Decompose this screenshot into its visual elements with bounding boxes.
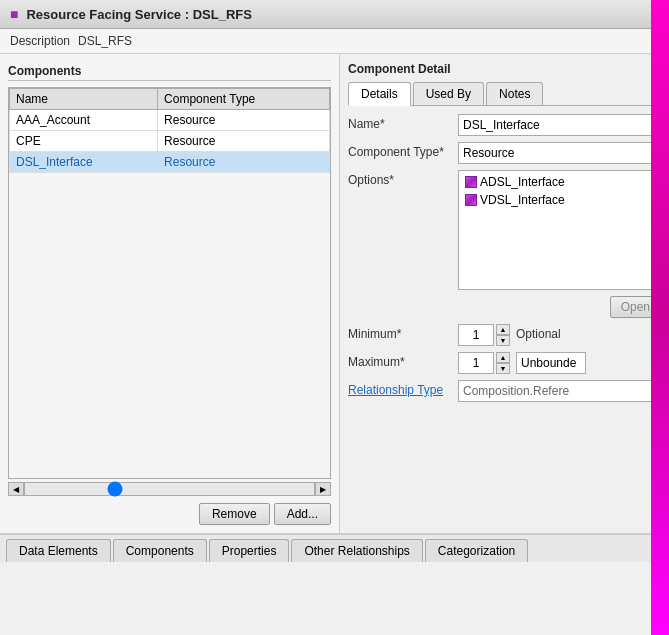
vdsl-icon	[465, 194, 477, 206]
minimum-row: Minimum* ▲ ▼ Optional	[348, 324, 661, 346]
tab-data-elements[interactable]: Data Elements	[6, 539, 111, 562]
row-name: AAA_Account	[10, 110, 158, 131]
components-panel-title: Components	[8, 62, 331, 81]
options-row: Options* ADSL_Interface VDSL_Interface	[348, 170, 661, 290]
maximum-spinner: ▲ ▼	[458, 352, 510, 374]
minimum-label: Minimum*	[348, 324, 458, 341]
main-content: Components Name Component Type AAA_Accou…	[0, 54, 669, 534]
minimum-down-btn[interactable]: ▼	[496, 335, 510, 346]
option-adsl-label: ADSL_Interface	[480, 175, 565, 189]
minimum-input[interactable]	[458, 324, 494, 346]
maximum-spinner-btns: ▲ ▼	[496, 352, 510, 374]
add-button[interactable]: Add...	[274, 503, 331, 525]
option-adsl[interactable]: ADSL_Interface	[461, 173, 658, 191]
maximum-input[interactable]	[458, 352, 494, 374]
maximum-up-btn[interactable]: ▲	[496, 352, 510, 363]
minimum-spinner: ▲ ▼	[458, 324, 510, 346]
components-scroll-area[interactable]: Name Component Type AAA_AccountResourceC…	[8, 87, 331, 479]
tab-other-relationships[interactable]: Other Relationships	[291, 539, 422, 562]
detail-form: Name* Component Type* Options* ADSL_Inte…	[348, 114, 661, 408]
scroll-right-arrow[interactable]: ▶	[315, 482, 331, 496]
title-bar: ■ Resource Facing Service : DSL_RFS	[0, 0, 669, 29]
window-title: Resource Facing Service : DSL_RFS	[26, 7, 251, 22]
maximum-label: Maximum*	[348, 352, 458, 369]
right-panel: Component Detail Details Used By Notes N…	[340, 54, 669, 533]
table-row[interactable]: CPEResource	[10, 131, 330, 152]
table-row[interactable]: AAA_AccountResource	[10, 110, 330, 131]
description-value: DSL_RFS	[78, 34, 132, 48]
tab-details[interactable]: Details	[348, 82, 411, 106]
open-btn-row: Open	[348, 296, 661, 318]
minimum-up-btn[interactable]: ▲	[496, 324, 510, 335]
description-label: Description	[10, 34, 70, 48]
horizontal-scrollbar-row: ◀ ▶	[8, 481, 331, 497]
relationship-type-input[interactable]	[458, 380, 661, 402]
option-vdsl-label: VDSL_Interface	[480, 193, 565, 207]
tab-properties[interactable]: Properties	[209, 539, 290, 562]
tab-used-by[interactable]: Used By	[413, 82, 484, 105]
title-icon: ■	[10, 6, 18, 22]
row-type: Resource	[158, 110, 330, 131]
component-detail-title: Component Detail	[348, 62, 661, 76]
maximum-down-btn[interactable]: ▼	[496, 363, 510, 374]
row-name: DSL_Interface	[10, 152, 158, 173]
component-type-input[interactable]	[458, 142, 661, 164]
maximum-row: Maximum* ▲ ▼	[348, 352, 661, 374]
minimum-spinner-btns: ▲ ▼	[496, 324, 510, 346]
options-listbox[interactable]: ADSL_Interface VDSL_Interface	[458, 170, 661, 290]
options-label: Options*	[348, 170, 458, 187]
tab-categorization[interactable]: Categorization	[425, 539, 528, 562]
row-type: Resource	[158, 131, 330, 152]
row-name: CPE	[10, 131, 158, 152]
left-panel: Components Name Component Type AAA_Accou…	[0, 54, 340, 533]
row-type: Resource	[158, 152, 330, 173]
tab-notes[interactable]: Notes	[486, 82, 543, 105]
relationship-type-row: Relationship Type	[348, 380, 661, 402]
components-button-row: Remove Add...	[8, 503, 331, 525]
option-vdsl[interactable]: VDSL_Interface	[461, 191, 658, 209]
name-row: Name*	[348, 114, 661, 136]
scroll-left-arrow[interactable]: ◀	[8, 482, 24, 496]
description-row: Description DSL_RFS	[0, 29, 669, 54]
adsl-icon	[465, 176, 477, 188]
detail-tabs-row: Details Used By Notes	[348, 82, 661, 106]
optional-text: Optional	[516, 324, 561, 341]
component-type-row: Component Type*	[348, 142, 661, 164]
components-table: Name Component Type AAA_AccountResourceC…	[9, 88, 330, 173]
name-input[interactable]	[458, 114, 661, 136]
right-edge-decoration	[651, 0, 669, 635]
h-scrollbar[interactable]	[24, 482, 315, 496]
col-header-type: Component Type	[158, 89, 330, 110]
remove-button[interactable]: Remove	[199, 503, 270, 525]
bottom-tabs: Data Elements Components Properties Othe…	[0, 534, 669, 562]
table-row[interactable]: DSL_InterfaceResource	[10, 152, 330, 173]
components-table-wrapper: Name Component Type AAA_AccountResourceC…	[8, 87, 331, 497]
component-type-label: Component Type*	[348, 142, 458, 159]
unbounded-input[interactable]	[516, 352, 586, 374]
tab-components[interactable]: Components	[113, 539, 207, 562]
name-label: Name*	[348, 114, 458, 131]
col-header-name: Name	[10, 89, 158, 110]
relationship-type-label[interactable]: Relationship Type	[348, 380, 458, 397]
